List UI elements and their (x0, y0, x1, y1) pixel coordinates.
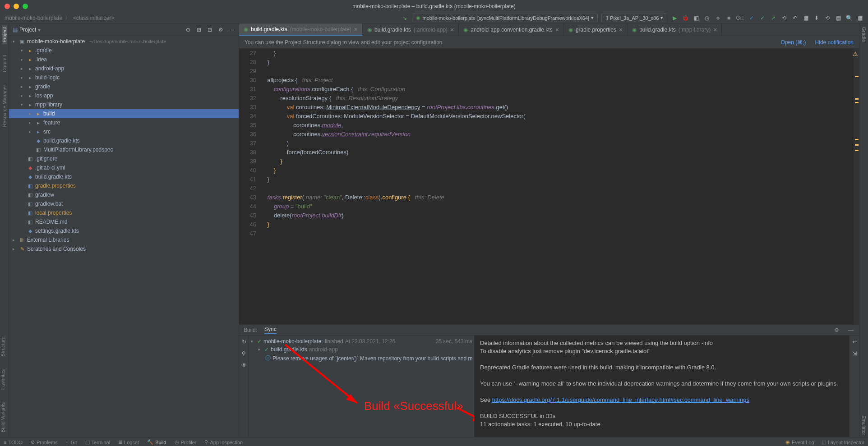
tree-item[interactable]: ◧ gradlew.bat (9, 199, 239, 208)
hide-icon[interactable]: — (847, 326, 854, 334)
build-child[interactable]: ▾ ✓ build.gradle.kts android-app (251, 345, 472, 354)
tree-arrow[interactable]: ▸ (21, 66, 25, 71)
build-warning[interactable]: ⓘ Please remove usages of `jcenter()` Ma… (251, 354, 472, 363)
tree-item[interactable]: ◧ README.md (9, 217, 239, 226)
breadcrumb-item[interactable]: <class initializer> (73, 15, 114, 21)
close-tab-icon[interactable]: × (713, 26, 717, 33)
expand-all-icon[interactable]: ⊞ (195, 26, 203, 33)
settings-icon[interactable]: ⚙ (217, 26, 224, 33)
warning-marker[interactable] (855, 150, 859, 151)
build-tree[interactable]: ▾ ✓ mobile-moko-boilerplate: finished At… (249, 336, 475, 437)
tree-item[interactable]: ◧ gradle.properties (9, 181, 239, 190)
avd-icon[interactable]: ▦ (802, 14, 809, 22)
tree-item[interactable]: ▸ ▸ build-logic (9, 73, 239, 82)
maximize-window-button[interactable] (23, 4, 28, 9)
tree-item[interactable]: ◆ build.gradle.kts (9, 172, 239, 181)
profile-icon[interactable]: ◷ (703, 14, 711, 22)
vcs-rollback-icon[interactable]: ↶ (791, 14, 799, 22)
restart-icon[interactable]: ↻ (240, 338, 248, 345)
device-selector[interactable]: ▯ Pixel_3a_API_30_x86 ▾ (601, 14, 667, 22)
tree-item[interactable]: ◧ MultiPlatformLibrary.podspec (9, 145, 239, 154)
tree-root[interactable]: ▾ ▣ mobile-moko-boilerplate ~/Desktop/mo… (9, 37, 239, 46)
build-output[interactable]: Detailed information about the collected… (475, 336, 849, 437)
marker-bar[interactable]: ⚠ (854, 49, 859, 324)
emulator-tool-tab[interactable]: Emulator (861, 414, 867, 437)
logcat-tab[interactable]: ≣Logcat (118, 439, 139, 445)
external-libraries[interactable]: ▸ ⊪ External Libraries (9, 235, 239, 244)
tree-arrow[interactable]: ▾ (21, 48, 25, 53)
run-config-selector[interactable]: ◉ mobile-moko-boilerplate [syncMultiPlat… (412, 14, 598, 22)
tree-arrow[interactable]: ▸ (21, 57, 25, 62)
resource-manager-tool-tab[interactable]: Resource Manager (2, 83, 7, 129)
dropdown-icon[interactable]: ▾ (38, 27, 41, 33)
tree-arrow[interactable]: ▸ (29, 111, 33, 116)
panel-title[interactable]: Project (19, 27, 36, 33)
tree-item[interactable]: ▸ ▸ ios-app (9, 91, 239, 100)
gradle-docs-link[interactable]: https://docs.gradle.org/7.1.1/userguide/… (492, 396, 749, 403)
tree-item[interactable]: ◆ .gitlab-ci.yml (9, 163, 239, 172)
open-structure-link[interactable]: Open (⌘;) (781, 39, 806, 46)
tree-item[interactable]: ◧ gradlew (9, 190, 239, 199)
run-icon[interactable]: ▶ (671, 14, 678, 22)
vcs-history-icon[interactable]: ⟲ (780, 14, 788, 22)
git-tab[interactable]: ⑂Git (65, 440, 77, 445)
settings-icon[interactable]: ▦ (856, 14, 863, 22)
vcs-commit-icon[interactable]: ✓ (759, 14, 766, 22)
close-tab-icon[interactable]: × (555, 26, 559, 33)
tree-arrow[interactable]: ▸ (21, 93, 25, 98)
terminal-tab[interactable]: ▢Terminal (85, 439, 111, 445)
structure-tool-tab[interactable]: Structure (0, 335, 9, 359)
breadcrumb-item[interactable]: mobile-moko-boilerplate (5, 15, 62, 21)
stop-icon[interactable]: ■ (725, 14, 732, 22)
tree-arrow[interactable]: ▸ (13, 238, 17, 242)
close-tab-icon[interactable]: × (450, 26, 454, 33)
debug-icon[interactable]: 🐞 (682, 14, 689, 22)
problems-tab[interactable]: ⊘Problems (31, 439, 57, 445)
scroll-icon[interactable]: ⇲ (851, 350, 858, 357)
tree-arrow[interactable]: ▾ (13, 39, 17, 44)
warning-marker[interactable] (855, 102, 859, 103)
tree-item[interactable]: ◆ build.gradle.kts (9, 136, 239, 145)
collapse-all-icon[interactable]: ⊟ (206, 26, 213, 33)
select-opened-icon[interactable]: ⊙ (185, 26, 192, 33)
sync-tab[interactable]: Sync (264, 326, 277, 334)
code-editor[interactable]: 2728293031323334353637383940414243444546… (239, 49, 859, 324)
build-icon[interactable]: ↘ (401, 14, 408, 22)
tree-arrow[interactable]: ▾ (21, 102, 25, 107)
favorites-tool-tab[interactable]: Favorites (0, 368, 9, 391)
vcs-push-icon[interactable]: ↗ (770, 14, 777, 22)
editor-tab[interactable]: ◉ build.gradle.kts (:mpp-library) × (628, 23, 722, 36)
warning-marker[interactable] (855, 139, 859, 140)
commit-tool-tab[interactable]: Commit (2, 53, 7, 74)
warning-icon[interactable]: ⚠ (853, 50, 858, 59)
tree-item[interactable]: ▸ ▸ build (9, 109, 239, 118)
warning-marker[interactable] (855, 144, 859, 146)
tree-arrow[interactable]: ▸ (21, 75, 25, 80)
eye-icon[interactable]: 👁 (240, 362, 248, 369)
settings-icon[interactable]: ⚙ (833, 326, 840, 334)
tree-arrow[interactable]: ▸ (13, 247, 17, 251)
tree-item[interactable]: ◧ local.properties (9, 208, 239, 217)
warning-marker[interactable] (855, 98, 859, 100)
build-tab[interactable]: 🔨Build (147, 439, 166, 445)
soft-wrap-icon[interactable]: ↩ (851, 338, 858, 345)
attach-icon[interactable]: ⎆ (714, 14, 721, 22)
tree-arrow[interactable]: ▸ (21, 84, 25, 89)
coverage-icon[interactable]: ◧ (693, 14, 700, 22)
tree-item[interactable]: ▸ ▸ android-app (9, 64, 239, 73)
sync-icon[interactable]: ⟲ (824, 14, 831, 22)
filter-icon[interactable]: ⚲ (240, 350, 248, 357)
tree-item[interactable]: ▸ ▸ src (9, 127, 239, 136)
tree-arrow[interactable]: ▸ (29, 120, 33, 125)
project-tool-tab[interactable]: Project (2, 25, 7, 44)
tree-item[interactable]: ▸ ▸ feature (9, 118, 239, 127)
app-inspection-tab[interactable]: ⚲App Inspection (204, 439, 243, 445)
gradle-tool-tab[interactable]: Gradle (861, 25, 867, 44)
project-tree[interactable]: ▾ ▣ mobile-moko-boilerplate ~/Desktop/mo… (9, 36, 239, 437)
tree-item[interactable]: ▸ ▸ gradle (9, 82, 239, 91)
tree-item[interactable]: ◆ settings.gradle.kts (9, 226, 239, 235)
layout-inspector-tab[interactable]: ◫Layout Inspector (822, 439, 864, 445)
vcs-update-icon[interactable]: ✓ (748, 14, 755, 22)
profiler-tab[interactable]: ◷Profiler (175, 439, 197, 445)
tree-item[interactable]: ▾ ▸ .gradle (9, 46, 239, 55)
